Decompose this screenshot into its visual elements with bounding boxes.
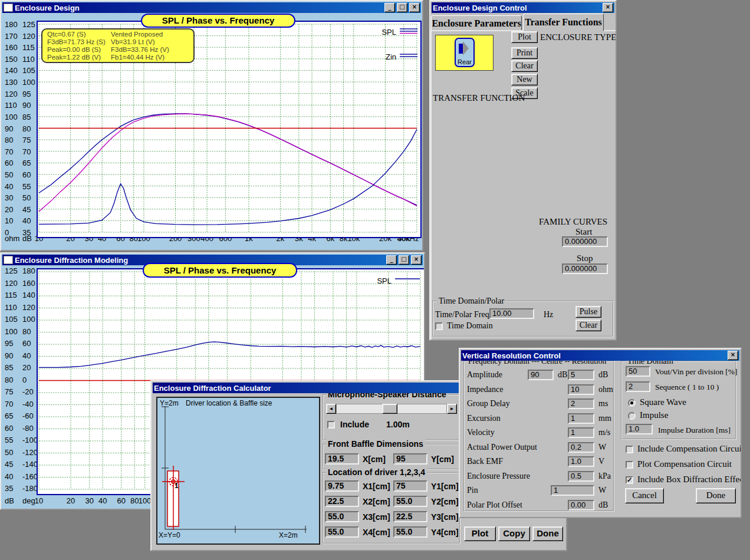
maximize-icon[interactable]: □ xyxy=(397,3,407,12)
titlebar-enclosure-design[interactable]: Enclosure Design _ □ × xyxy=(2,2,421,13)
y-axis-label: 105 xyxy=(5,315,22,324)
close-icon[interactable]: × xyxy=(409,3,420,12)
close-icon[interactable]: × xyxy=(603,3,613,12)
info-line: F3dB=33.76 Hz (V) xyxy=(111,46,169,54)
family-curves-title: FAMILY CURVES xyxy=(539,217,607,227)
amplitude-centre-field[interactable]: 90 xyxy=(528,370,554,380)
include-checkbox[interactable] xyxy=(327,421,335,429)
chart-title: SPL / Phase vs. Frequency xyxy=(143,263,297,278)
back-emf-label: Back EMF xyxy=(467,457,503,466)
pin-resolution-field[interactable]: 1 xyxy=(551,485,594,496)
amplitude-label: Amplitude xyxy=(467,370,502,380)
system-menu-icon[interactable] xyxy=(4,4,13,12)
driver-field-y1-cm[interactable]: 75 xyxy=(393,480,427,492)
scrollbar-right-icon[interactable]: ► xyxy=(447,404,457,414)
back-emf-resolution-field[interactable]: 1.0 xyxy=(568,456,594,467)
time-polar-freq-unit: Hz xyxy=(544,310,553,319)
vrc-include-compensation-circuit-checkbox[interactable] xyxy=(626,446,633,453)
polar-plot-offset-resolution-field[interactable]: 0.00 xyxy=(568,500,594,510)
time-polar-freq-field[interactable]: 10.00 xyxy=(489,308,534,319)
tab-enclosure-parameters[interactable]: Enclosure Parameters xyxy=(431,15,522,31)
impedance-resolution-field[interactable]: 10 xyxy=(568,384,594,395)
actual-power-output-resolution-field[interactable]: 0.2 xyxy=(568,442,594,453)
velocity-resolution-field[interactable]: 1 xyxy=(568,427,594,438)
baffle-canvas[interactable]: Y=2mDriver location & Baffle sizeX=Y=0X=… xyxy=(156,397,320,545)
stop-field[interactable]: 0.000000 xyxy=(562,263,608,274)
driver-label-x1-cm: X1[cm] xyxy=(363,482,390,491)
button-copy-calc[interactable]: Copy xyxy=(498,526,530,541)
legend-label: Zin xyxy=(386,52,396,61)
speaker-magnet-icon xyxy=(459,44,463,54)
excursion-unit: mm xyxy=(598,414,611,423)
system-menu-icon[interactable] xyxy=(4,256,13,264)
scrollbar-thumb[interactable] xyxy=(382,404,397,414)
scrollbar-left-icon[interactable]: ◄ xyxy=(326,404,336,414)
stop-label: Stop xyxy=(577,253,593,263)
baffle-label-x-cm: X[cm] xyxy=(363,454,386,464)
titlebar-vertical-resolution[interactable]: Vertical Resolution Control × xyxy=(461,350,739,361)
y-axis-label: 120 xyxy=(5,279,22,288)
vrc-include-box-diffraction-effect-checkbox[interactable]: ✓ xyxy=(626,476,633,484)
start-field[interactable]: 0.000000 xyxy=(562,236,608,247)
y-axis-label: 45 xyxy=(5,460,22,469)
close-icon[interactable]: × xyxy=(728,351,738,360)
time-domain-checkbox[interactable] xyxy=(435,322,443,330)
info-column-1: Qtc=0.67 (S)F3dB=71.73 Hz (S)Peak=0.00 d… xyxy=(47,31,106,61)
y-axis-label: 95 xyxy=(5,339,22,348)
excursion-resolution-field[interactable]: 1 xyxy=(568,413,594,424)
amplitude-resolution-field[interactable]: 5 xyxy=(568,370,594,380)
button-clear[interactable]: Clear xyxy=(511,60,538,72)
button-pulse[interactable]: Pulse xyxy=(575,306,601,318)
driver-field-y3-cm[interactable]: 22.5 xyxy=(393,511,427,522)
minimize-icon[interactable]: _ xyxy=(386,255,397,265)
enclosure-pressure-label: Enclosure Pressure xyxy=(467,472,530,481)
button-plot[interactable]: Plot xyxy=(511,31,538,43)
baffle-dimensions-group-label: Front Baffle Dimensions xyxy=(326,439,425,449)
titlebar-design-control[interactable]: Enclosure Design Control × xyxy=(432,2,614,13)
field-sequence-1-to-10[interactable]: 2 xyxy=(626,381,650,392)
button-plot-calc[interactable]: Plot xyxy=(464,526,496,541)
y-axis-label: 110 xyxy=(5,101,22,110)
impedance-label: Impedance xyxy=(467,385,503,394)
group-delay-resolution-field[interactable]: 2 xyxy=(568,398,594,409)
time-domain-polar-group-label: Time Domain/Polar xyxy=(437,297,506,306)
button-cancel[interactable]: Cancel xyxy=(625,488,664,503)
driver-field-y4-cm[interactable]: 55.0 xyxy=(393,526,427,538)
radio-impulse[interactable] xyxy=(628,412,636,420)
driver-label-x3-cm: X3[cm] xyxy=(363,512,390,522)
series-spl-diffraction-model xyxy=(39,342,420,368)
maximize-icon[interactable]: □ xyxy=(399,255,409,265)
button-clear-pulse[interactable]: Clear xyxy=(575,319,601,331)
driver-field-x1-cm[interactable]: 9.75 xyxy=(325,480,359,492)
window-enclosure-design-control: Enclosure Design Control × Enclosure Par… xyxy=(429,0,617,341)
vrc-plot-compensation-circuit-label: Plot Compensation Circuit xyxy=(637,459,732,469)
polar-plot-offset-unit: dB xyxy=(598,500,608,510)
time-domain-label: Time Domain xyxy=(447,321,493,331)
button-new[interactable]: New xyxy=(511,74,538,85)
field-vout-vin-per-division[interactable]: 50 xyxy=(626,366,650,377)
close-icon[interactable]: × xyxy=(411,255,422,265)
impulse-duration-field[interactable]: 1.0 xyxy=(626,424,653,434)
y-axis-label: 50 xyxy=(5,448,22,457)
driver-number: 1 xyxy=(175,482,179,490)
y-axis-label: 75 xyxy=(5,387,22,396)
driver-field-x3-cm[interactable]: 55.0 xyxy=(325,511,359,522)
driver-field-x2-cm[interactable]: 22.5 xyxy=(325,496,359,507)
baffle-field-x-cm[interactable]: 19.5 xyxy=(325,453,359,465)
y-axis-label: 65 xyxy=(5,411,22,420)
minimize-icon[interactable]: _ xyxy=(384,3,395,12)
enclosure-pressure-resolution-field[interactable]: 0.5 xyxy=(568,471,594,482)
button-done[interactable]: Done xyxy=(696,488,736,503)
button-print[interactable]: Print xyxy=(511,47,538,59)
button-done-calc[interactable]: Done xyxy=(532,526,563,541)
driver-field-x4-cm[interactable]: 55.0 xyxy=(325,526,359,538)
baffle-field-y-cm[interactable]: 95 xyxy=(393,453,427,465)
start-label: Start xyxy=(575,227,592,237)
driver-field-y2-cm[interactable]: 55.0 xyxy=(393,496,427,507)
tab-transfer-functions[interactable]: Transfer Functions xyxy=(523,14,604,31)
canvas-title: Driver location & Baffle size xyxy=(186,399,272,407)
vrc-plot-compensation-circuit-checkbox[interactable] xyxy=(626,461,633,469)
y-axis-label: 90 xyxy=(5,351,22,360)
window-title: Enclosure Design xyxy=(15,4,383,12)
radio-square-wave[interactable] xyxy=(628,399,636,407)
